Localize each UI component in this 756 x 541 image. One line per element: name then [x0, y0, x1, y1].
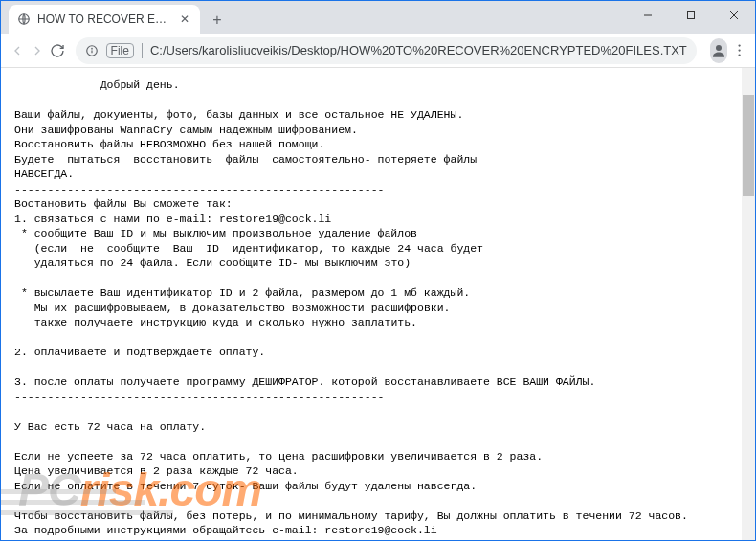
maximize-button[interactable]	[669, 1, 712, 30]
tab-close-icon[interactable]: ✕	[177, 11, 192, 27]
forward-button[interactable]	[29, 37, 45, 64]
browser-tab[interactable]: HOW TO RECOVER ENCRYPTED F ✕	[9, 5, 200, 34]
svg-point-9	[738, 44, 740, 46]
svg-rect-2	[687, 12, 694, 19]
back-button[interactable]	[9, 37, 25, 64]
file-scheme-pill: File	[106, 43, 134, 58]
scrollbar-track[interactable]	[742, 68, 755, 540]
profile-avatar[interactable]	[710, 38, 727, 63]
tab-title: HOW TO RECOVER ENCRYPTED F	[37, 12, 171, 26]
svg-point-8	[716, 45, 722, 51]
omnibox-separator	[142, 43, 143, 58]
toolbar: File C:/Users/karolisliucveikis/Desktop/…	[1, 34, 755, 68]
content-area: Добрый день. Ваши файлы, документы, фото…	[1, 68, 755, 540]
svg-point-10	[738, 49, 740, 51]
minimize-button[interactable]	[626, 1, 669, 30]
scrollbar-thumb[interactable]	[743, 95, 754, 196]
browser-window: HOW TO RECOVER ENCRYPTED F ✕ +	[0, 0, 756, 541]
reload-button[interactable]	[49, 37, 65, 64]
kebab-menu-icon[interactable]	[731, 37, 747, 64]
svg-point-7	[91, 48, 92, 49]
close-window-button[interactable]	[712, 1, 755, 30]
document-body: Добрый день. Ваши файлы, документы, фото…	[1, 68, 742, 540]
titlebar: HOW TO RECOVER ENCRYPTED F ✕ +	[1, 1, 755, 34]
file-favicon-icon	[16, 11, 32, 27]
svg-point-11	[738, 54, 740, 56]
new-tab-button[interactable]: +	[204, 7, 231, 34]
info-icon[interactable]	[85, 44, 99, 57]
address-bar[interactable]: File C:/Users/karolisliucveikis/Desktop/…	[76, 37, 697, 64]
window-controls	[626, 1, 755, 34]
url-text: C:/Users/karolisliucveikis/Desktop/HOW%2…	[150, 43, 687, 57]
